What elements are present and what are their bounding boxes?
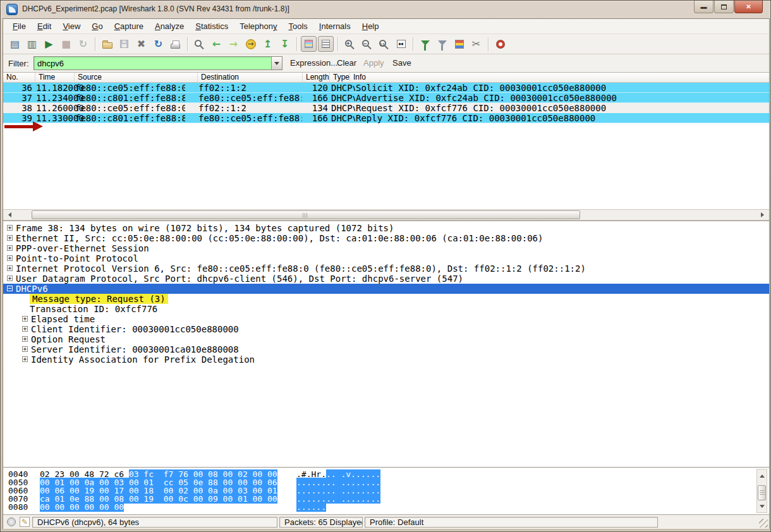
packet-row[interactable]: 3711.234000fe80::c801:eff:fe88:8fe80::ce… <box>3 93 769 103</box>
menu-item-internals[interactable]: Internals <box>313 20 356 33</box>
scroll-left-button[interactable] <box>4 210 13 219</box>
scroll-right-button[interactable] <box>759 210 768 219</box>
expand-icon[interactable]: + <box>7 225 13 231</box>
column-header-length[interactable]: Length <box>302 73 329 83</box>
detail-row[interactable]: Message type: Request (3) <box>3 294 769 304</box>
expand-icon[interactable]: + <box>7 255 13 261</box>
expand-icon[interactable]: + <box>7 265 13 271</box>
menu-item-telephony[interactable]: Telephony <box>234 20 282 33</box>
detail-row[interactable]: +Identity Association for Prefix Delegat… <box>3 354 769 365</box>
scrollbar-thumb[interactable] <box>758 485 766 500</box>
go-forward-button[interactable]: → <box>226 36 241 52</box>
expert-info-icon[interactable] <box>7 517 16 526</box>
go-to-top-button[interactable]: ↥ <box>260 36 276 52</box>
menu-item-help[interactable]: Help <box>356 20 385 33</box>
column-header-type[interactable]: Type <box>329 73 349 83</box>
detail-row[interactable]: +Frame 38: 134 bytes on wire (1072 bits)… <box>3 223 769 233</box>
column-header-no[interactable]: No. <box>3 73 35 83</box>
preferences-button[interactable]: ✂ <box>468 36 484 52</box>
column-header-source[interactable]: Source <box>74 73 197 83</box>
expand-icon[interactable]: + <box>22 346 28 352</box>
hex-dump[interactable]: 004002 23 00 48 72 c6 03 fc f7 76 00 08 … <box>3 470 769 511</box>
apply-button[interactable]: Apply <box>361 57 387 69</box>
expand-icon[interactable]: + <box>22 336 28 342</box>
capture-filters-button[interactable] <box>417 36 433 52</box>
detail-row[interactable]: Transaction ID: 0xfcf776 <box>3 304 769 314</box>
maximize-button[interactable] <box>714 1 734 13</box>
expand-icon[interactable]: + <box>7 275 13 281</box>
expand-icon[interactable]: + <box>7 235 13 241</box>
minimize-button[interactable]: ▬ <box>694 1 713 13</box>
detail-row[interactable]: +PPP-over-Ethernet Session <box>3 243 769 253</box>
packet-row[interactable]: 3811.260000fe80::ce05:eff:fe88:0ff02::1:… <box>3 103 769 113</box>
menu-item-go[interactable]: Go <box>86 20 108 33</box>
zoom-in-button[interactable] <box>342 36 358 52</box>
expand-icon[interactable]: + <box>22 326 28 332</box>
packet-row[interactable]: 3611.182000fe80::ce05:eff:fe88:0ff02::1:… <box>3 83 769 93</box>
print-button[interactable] <box>167 36 183 52</box>
display-filters-button[interactable] <box>434 36 450 52</box>
filter-label-button[interactable]: Filter: <box>8 59 29 68</box>
close-file-button[interactable]: ✖ <box>133 36 149 52</box>
detail-row[interactable]: +Ethernet II, Src: cc:05:0e:88:00:00 (cc… <box>3 233 769 243</box>
scrollbar-thumb[interactable] <box>32 210 580 219</box>
scroll-down-button[interactable] <box>757 503 767 512</box>
go-to-packet-button[interactable]: → <box>243 36 258 52</box>
packet-row[interactable]: 3911.330000fe80::c801:eff:fe88:8fe80::ce… <box>3 113 769 123</box>
scroll-up-button[interactable] <box>757 470 767 479</box>
expand-icon[interactable]: + <box>22 356 28 362</box>
detail-row[interactable]: +User Datagram Protocol, Src Port: dhcpv… <box>3 274 769 284</box>
save-file-button[interactable] <box>116 36 132 52</box>
auto-scroll-button[interactable] <box>318 36 334 52</box>
capture-comment-icon[interactable]: ✎ <box>20 517 30 527</box>
colorize-packets-button[interactable] <box>301 36 317 52</box>
capture-restart-button[interactable]: ↻ <box>75 36 91 52</box>
detail-row[interactable]: +Option Request <box>3 334 769 344</box>
capture-stop-button[interactable]: ■ <box>58 36 74 52</box>
zoom-out-button[interactable] <box>359 36 375 52</box>
coloring-rules-button[interactable] <box>451 36 467 52</box>
go-back-button[interactable]: ← <box>209 36 224 52</box>
detail-row[interactable]: +Point-to-Point Protocol <box>3 253 769 263</box>
help-button[interactable] <box>492 36 508 52</box>
capture-start-button[interactable]: ▶ <box>41 36 57 52</box>
go-to-bottom-button[interactable]: ↧ <box>277 36 293 52</box>
column-header-time[interactable]: Time <box>35 73 74 83</box>
status-profile[interactable]: Profile: Default <box>365 517 658 528</box>
menu-item-tools[interactable]: Tools <box>283 20 313 33</box>
open-file-button[interactable] <box>99 36 115 52</box>
column-header-info[interactable]: Info <box>349 73 769 83</box>
menu-item-view[interactable]: View <box>57 20 86 33</box>
find-packet-button[interactable] <box>191 36 207 52</box>
filter-dropdown-button[interactable] <box>271 57 282 70</box>
column-header-destination[interactable]: Destination <box>197 73 302 83</box>
vertical-scrollbar[interactable] <box>756 469 767 513</box>
expand-icon[interactable]: + <box>7 245 13 251</box>
filter-input[interactable]: dhcpv6 <box>33 56 282 70</box>
capture-options-button[interactable]: ▥ <box>24 36 40 52</box>
list-interfaces-button[interactable]: ▤ <box>7 36 23 52</box>
detail-row[interactable]: +Elapsed time <box>3 314 769 324</box>
horizontal-scrollbar[interactable] <box>3 209 769 221</box>
resize-columns-button[interactable]: ↔ <box>393 36 409 52</box>
menu-item-file[interactable]: File <box>7 20 32 33</box>
reload-file-button[interactable]: ↻ <box>150 36 166 52</box>
close-button[interactable]: ✕ <box>734 1 763 13</box>
resize-grip[interactable] <box>759 519 768 528</box>
hex-line[interactable]: 008000 00 00 00 00 00...... <box>3 503 769 511</box>
menu-item-capture[interactable]: Capture <box>109 20 149 33</box>
expression-button[interactable]: Expression... <box>288 57 340 69</box>
menu-item-edit[interactable]: Edit <box>32 20 57 33</box>
detail-row[interactable]: −DHCPv6 <box>3 284 769 294</box>
clear-button[interactable]: Clear <box>334 57 359 69</box>
menu-item-analyze[interactable]: Analyze <box>149 20 190 33</box>
expand-icon[interactable]: + <box>22 316 28 322</box>
save-filter-button[interactable]: Save <box>390 57 414 69</box>
capture-restart-icon: ↻ <box>79 39 87 49</box>
detail-row[interactable]: +Server Identifier: 00030001ca010e880008 <box>3 344 769 354</box>
collapse-icon[interactable]: − <box>7 286 13 291</box>
zoom-100-button[interactable] <box>376 36 392 52</box>
detail-row[interactable]: +Internet Protocol Version 6, Src: fe80:… <box>3 263 769 274</box>
detail-row[interactable]: +Client Identifier: 00030001cc050e880000 <box>3 324 769 334</box>
menu-item-statistics[interactable]: Statistics <box>190 20 234 33</box>
